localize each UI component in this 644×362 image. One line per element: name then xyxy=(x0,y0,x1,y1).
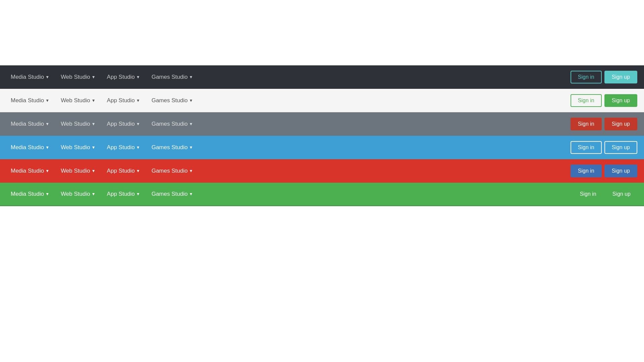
nav-item-app-studio-5[interactable]: App Studio ▼ xyxy=(103,165,144,177)
nav-actions-5: Sign in Sign up xyxy=(571,165,637,177)
nav-item-games-studio-2[interactable]: Games Studio ▼ xyxy=(148,95,197,107)
nav-label: Games Studio xyxy=(152,144,188,151)
nav-label: Web Studio xyxy=(61,74,90,80)
nav-item-games-studio-5[interactable]: Games Studio ▼ xyxy=(148,165,197,177)
nav-item-web-studio-3[interactable]: Web Studio ▼ xyxy=(57,118,99,130)
nav-item-games-studio-3[interactable]: Games Studio ▼ xyxy=(148,118,197,130)
chevron-icon: ▼ xyxy=(92,192,96,196)
chevron-icon: ▼ xyxy=(45,145,49,150)
navbar-green: Media Studio ▼ Web Studio ▼ App Studio ▼… xyxy=(0,183,644,206)
top-spacer xyxy=(0,0,644,65)
signin-button-5[interactable]: Sign in xyxy=(571,165,602,177)
nav-links-5: Media Studio ▼ Web Studio ▼ App Studio ▼… xyxy=(7,165,571,177)
nav-item-app-studio-3[interactable]: App Studio ▼ xyxy=(103,118,144,130)
nav-item-web-studio-5[interactable]: Web Studio ▼ xyxy=(57,165,99,177)
chevron-icon: ▼ xyxy=(189,169,193,173)
navbar-white: Media Studio ▼ Web Studio ▼ App Studio ▼… xyxy=(0,89,644,112)
nav-label: Media Studio xyxy=(11,191,44,197)
nav-label: Media Studio xyxy=(11,121,44,127)
navbar-dark: Media Studio ▼ Web Studio ▼ App Studio ▼… xyxy=(0,65,644,89)
nav-item-web-studio-1[interactable]: Web Studio ▼ xyxy=(57,71,99,83)
bottom-spacer xyxy=(0,206,644,355)
nav-label: Media Studio xyxy=(11,168,44,174)
nav-label: Games Studio xyxy=(152,97,188,104)
signup-button-3[interactable]: Sign up xyxy=(604,118,637,130)
nav-actions-2: Sign in Sign up xyxy=(571,94,637,107)
nav-label: App Studio xyxy=(107,191,135,197)
nav-label: App Studio xyxy=(107,144,135,151)
nav-label: Web Studio xyxy=(61,191,90,197)
chevron-icon: ▼ xyxy=(45,122,49,126)
chevron-icon: ▼ xyxy=(45,169,49,173)
chevron-icon: ▼ xyxy=(189,98,193,103)
chevron-icon: ▼ xyxy=(189,75,193,79)
nav-label: Games Studio xyxy=(152,191,188,197)
chevron-icon: ▼ xyxy=(45,98,49,103)
navbar-red: Media Studio ▼ Web Studio ▼ App Studio ▼… xyxy=(0,159,644,183)
nav-item-media-studio-3[interactable]: Media Studio ▼ xyxy=(7,118,53,130)
nav-item-app-studio-2[interactable]: App Studio ▼ xyxy=(103,95,144,107)
nav-item-media-studio-1[interactable]: Media Studio ▼ xyxy=(7,71,53,83)
nav-label: Web Studio xyxy=(61,121,90,127)
signup-button-2[interactable]: Sign up xyxy=(604,94,637,107)
nav-links-3: Media Studio ▼ Web Studio ▼ App Studio ▼… xyxy=(7,118,571,130)
nav-item-media-studio-4[interactable]: Media Studio ▼ xyxy=(7,141,53,154)
signin-button-6[interactable]: Sign in xyxy=(573,188,603,200)
chevron-icon: ▼ xyxy=(136,98,140,103)
chevron-icon: ▼ xyxy=(189,145,193,150)
nav-actions-1: Sign in Sign up xyxy=(571,71,637,83)
nav-item-games-studio-4[interactable]: Games Studio ▼ xyxy=(148,141,197,154)
nav-label: Games Studio xyxy=(152,168,188,174)
chevron-icon: ▼ xyxy=(45,192,49,196)
nav-item-app-studio-1[interactable]: App Studio ▼ xyxy=(103,71,144,83)
chevron-icon: ▼ xyxy=(136,169,140,173)
chevron-icon: ▼ xyxy=(136,192,140,196)
chevron-icon: ▼ xyxy=(136,75,140,79)
chevron-icon: ▼ xyxy=(92,145,96,150)
chevron-icon: ▼ xyxy=(189,122,193,126)
nav-label: App Studio xyxy=(107,97,135,104)
nav-links-2: Media Studio ▼ Web Studio ▼ App Studio ▼… xyxy=(7,95,571,107)
nav-item-media-studio-2[interactable]: Media Studio ▼ xyxy=(7,95,53,107)
chevron-icon: ▼ xyxy=(189,192,193,196)
signin-button-4[interactable]: Sign in xyxy=(571,141,602,154)
nav-label: App Studio xyxy=(107,74,135,80)
nav-item-games-studio-6[interactable]: Games Studio ▼ xyxy=(148,188,197,200)
signup-button-5[interactable]: Sign up xyxy=(604,165,637,177)
nav-label: App Studio xyxy=(107,168,135,174)
nav-actions-3: Sign in Sign up xyxy=(571,118,637,130)
nav-links-1: Media Studio ▼ Web Studio ▼ App Studio ▼… xyxy=(7,71,571,83)
nav-item-media-studio-5[interactable]: Media Studio ▼ xyxy=(7,165,53,177)
nav-item-app-studio-4[interactable]: App Studio ▼ xyxy=(103,141,144,154)
nav-links-6: Media Studio ▼ Web Studio ▼ App Studio ▼… xyxy=(7,188,573,200)
nav-label: Web Studio xyxy=(61,144,90,151)
nav-label: Games Studio xyxy=(152,121,188,127)
nav-label: Media Studio xyxy=(11,97,44,104)
chevron-icon: ▼ xyxy=(92,122,96,126)
nav-item-web-studio-6[interactable]: Web Studio ▼ xyxy=(57,188,99,200)
chevron-icon: ▼ xyxy=(92,169,96,173)
nav-label: Games Studio xyxy=(152,74,188,80)
nav-label: Media Studio xyxy=(11,144,44,151)
chevron-icon: ▼ xyxy=(136,122,140,126)
nav-label: Media Studio xyxy=(11,74,44,80)
chevron-icon: ▼ xyxy=(45,75,49,79)
signin-button-2[interactable]: Sign in xyxy=(571,94,602,107)
nav-item-web-studio-4[interactable]: Web Studio ▼ xyxy=(57,141,99,154)
navbar-blue: Media Studio ▼ Web Studio ▼ App Studio ▼… xyxy=(0,136,644,159)
signin-button-1[interactable]: Sign in xyxy=(571,71,602,83)
nav-label: App Studio xyxy=(107,121,135,127)
nav-item-web-studio-2[interactable]: Web Studio ▼ xyxy=(57,95,99,107)
nav-links-4: Media Studio ▼ Web Studio ▼ App Studio ▼… xyxy=(7,141,571,154)
signup-button-4[interactable]: Sign up xyxy=(604,141,637,154)
chevron-icon: ▼ xyxy=(92,98,96,103)
chevron-icon: ▼ xyxy=(136,145,140,150)
nav-label: Web Studio xyxy=(61,168,90,174)
signin-button-3[interactable]: Sign in xyxy=(571,118,602,130)
navbar-gray: Media Studio ▼ Web Studio ▼ App Studio ▼… xyxy=(0,112,644,136)
nav-item-app-studio-6[interactable]: App Studio ▼ xyxy=(103,188,144,200)
nav-item-games-studio-1[interactable]: Games Studio ▼ xyxy=(148,71,197,83)
signup-button-1[interactable]: Sign up xyxy=(604,71,637,83)
signup-button-6[interactable]: Sign up xyxy=(606,188,637,200)
nav-item-media-studio-6[interactable]: Media Studio ▼ xyxy=(7,188,53,200)
